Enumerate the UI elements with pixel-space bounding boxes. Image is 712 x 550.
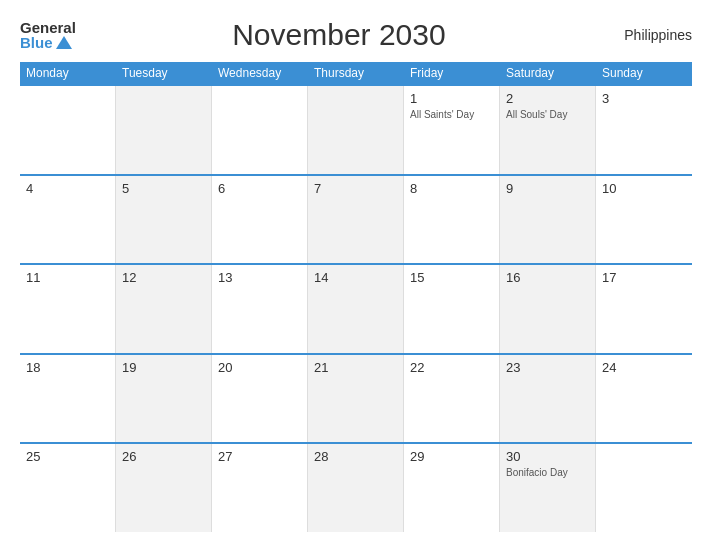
- calendar-cell: 22: [404, 355, 500, 443]
- day-number: 15: [410, 270, 493, 285]
- day-number: 19: [122, 360, 205, 375]
- day-number: 7: [314, 181, 397, 196]
- day-number: 5: [122, 181, 205, 196]
- day-number: 8: [410, 181, 493, 196]
- header-day-wednesday: Wednesday: [212, 62, 308, 84]
- calendar-cell: 13: [212, 265, 308, 353]
- country-label: Philippines: [602, 27, 692, 43]
- calendar-cell: 23: [500, 355, 596, 443]
- calendar-cell: 8: [404, 176, 500, 264]
- day-number: 30: [506, 449, 589, 464]
- calendar-cell: 24: [596, 355, 692, 443]
- logo: General Blue: [20, 20, 76, 50]
- calendar-cell: 5: [116, 176, 212, 264]
- day-number: 17: [602, 270, 686, 285]
- day-number: 29: [410, 449, 493, 464]
- day-number: 13: [218, 270, 301, 285]
- day-event: All Saints' Day: [410, 108, 493, 121]
- day-number: 16: [506, 270, 589, 285]
- day-number: 10: [602, 181, 686, 196]
- day-number: 20: [218, 360, 301, 375]
- day-event: All Souls' Day: [506, 108, 589, 121]
- day-number: 21: [314, 360, 397, 375]
- calendar-cell: [596, 444, 692, 532]
- day-number: 22: [410, 360, 493, 375]
- calendar-cell: 19: [116, 355, 212, 443]
- day-number: 24: [602, 360, 686, 375]
- calendar-body: 1All Saints' Day2All Souls' Day345678910…: [20, 84, 692, 532]
- logo-general-text: General: [20, 20, 76, 35]
- calendar-cell: 15: [404, 265, 500, 353]
- header-day-monday: Monday: [20, 62, 116, 84]
- day-number: 26: [122, 449, 205, 464]
- page: General Blue November 2030 Philippines M…: [0, 0, 712, 550]
- day-number: 6: [218, 181, 301, 196]
- calendar-cell: [308, 86, 404, 174]
- calendar-week-5: 252627282930Bonifacio Day: [20, 442, 692, 532]
- calendar-cell: 10: [596, 176, 692, 264]
- calendar-cell: 9: [500, 176, 596, 264]
- header-day-thursday: Thursday: [308, 62, 404, 84]
- calendar-cell: 30Bonifacio Day: [500, 444, 596, 532]
- day-number: 14: [314, 270, 397, 285]
- header-day-tuesday: Tuesday: [116, 62, 212, 84]
- calendar-cell: [212, 86, 308, 174]
- calendar-title: November 2030: [76, 18, 602, 52]
- calendar-week-2: 45678910: [20, 174, 692, 264]
- header: General Blue November 2030 Philippines: [20, 18, 692, 52]
- calendar-cell: 26: [116, 444, 212, 532]
- calendar-cell: 2All Souls' Day: [500, 86, 596, 174]
- day-number: 4: [26, 181, 109, 196]
- day-number: 3: [602, 91, 686, 106]
- header-day-saturday: Saturday: [500, 62, 596, 84]
- day-number: 2: [506, 91, 589, 106]
- day-number: 12: [122, 270, 205, 285]
- calendar-cell: 25: [20, 444, 116, 532]
- calendar-cell: 11: [20, 265, 116, 353]
- logo-triangle-icon: [56, 36, 72, 49]
- day-number: 23: [506, 360, 589, 375]
- calendar-cell: 29: [404, 444, 500, 532]
- calendar-cell: [116, 86, 212, 174]
- calendar-week-4: 18192021222324: [20, 353, 692, 443]
- calendar-cell: 6: [212, 176, 308, 264]
- calendar-cell: 4: [20, 176, 116, 264]
- calendar-cell: 12: [116, 265, 212, 353]
- day-number: 9: [506, 181, 589, 196]
- day-number: 25: [26, 449, 109, 464]
- calendar-cell: 3: [596, 86, 692, 174]
- calendar-cell: [20, 86, 116, 174]
- header-day-friday: Friday: [404, 62, 500, 84]
- day-number: 1: [410, 91, 493, 106]
- calendar-cell: 7: [308, 176, 404, 264]
- calendar-cell: 21: [308, 355, 404, 443]
- calendar-cell: 20: [212, 355, 308, 443]
- header-day-sunday: Sunday: [596, 62, 692, 84]
- day-event: Bonifacio Day: [506, 466, 589, 479]
- calendar-cell: 27: [212, 444, 308, 532]
- calendar-cell: 1All Saints' Day: [404, 86, 500, 174]
- day-number: 18: [26, 360, 109, 375]
- calendar-cell: 28: [308, 444, 404, 532]
- calendar-cell: 14: [308, 265, 404, 353]
- day-number: 27: [218, 449, 301, 464]
- calendar-cell: 16: [500, 265, 596, 353]
- calendar-cell: 18: [20, 355, 116, 443]
- calendar-header: MondayTuesdayWednesdayThursdayFridaySatu…: [20, 62, 692, 84]
- day-number: 28: [314, 449, 397, 464]
- logo-blue-text: Blue: [20, 35, 72, 50]
- day-number: 11: [26, 270, 109, 285]
- calendar-week-1: 1All Saints' Day2All Souls' Day3: [20, 84, 692, 174]
- calendar: MondayTuesdayWednesdayThursdayFridaySatu…: [20, 62, 692, 532]
- calendar-cell: 17: [596, 265, 692, 353]
- calendar-week-3: 11121314151617: [20, 263, 692, 353]
